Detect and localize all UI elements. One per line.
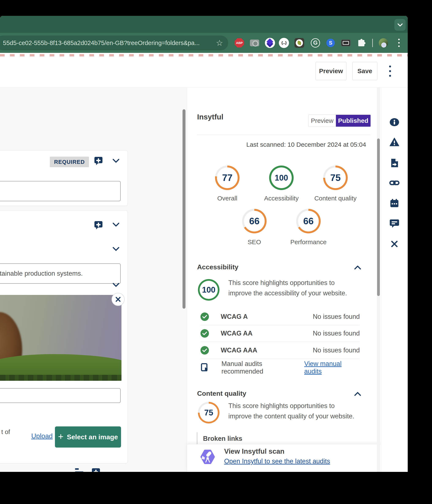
content-quality-score-ring: 75: [323, 166, 348, 190]
required-badge: REQUIRED: [50, 157, 89, 167]
insytful-footer: View Insytful scan Open Insytful to see …: [187, 444, 381, 472]
footer-title: View Insytful scan: [224, 447, 284, 455]
chevron-down-icon[interactable]: [112, 282, 120, 288]
accessibility-detail-ring: 100: [198, 279, 220, 301]
add-comment-icon[interactable]: [94, 156, 103, 165]
content-scrollbar[interactable]: [183, 109, 185, 309]
score-label: SEO: [227, 238, 281, 246]
info-icon[interactable]: [389, 117, 400, 127]
performance-score-ring: 66: [296, 209, 321, 234]
warning-icon[interactable]: [389, 137, 400, 147]
description-input[interactable]: ustainable production systems.: [0, 263, 121, 284]
score-label: Accessibility: [254, 195, 309, 202]
score-label: Overall: [200, 195, 254, 202]
form-field-card: REQUIRED: [0, 150, 128, 206]
accessibility-description: This score highlights opportunities to i…: [228, 278, 355, 298]
description-value: ustainable production systems.: [0, 270, 83, 277]
check-icon: [201, 313, 209, 321]
alt-text-input[interactable]: [0, 388, 121, 403]
accessibility-score-ring: 100: [269, 166, 294, 190]
toggle-preview[interactable]: Preview: [309, 115, 336, 127]
add-comment-icon[interactable]: [94, 220, 103, 230]
tab-search-button[interactable]: [394, 19, 406, 31]
profile-avatar[interactable]: [379, 33, 388, 53]
upload-link[interactable]: Upload: [31, 432, 53, 440]
content-quality-detail-ring: 75: [198, 402, 220, 423]
add-comment-icon[interactable]: [91, 468, 101, 472]
bookmark-star-icon[interactable]: ☆: [216, 39, 223, 47]
chevron-up-icon[interactable]: [354, 391, 361, 396]
url-text: 55d5-ce02-555b-8f13-685a2d024b75/en-GB?t…: [3, 40, 213, 46]
browser-menu-button[interactable]: [397, 33, 401, 53]
tab-strip: [0, 16, 408, 33]
screenshot-extension-icon[interactable]: [341, 33, 351, 53]
desktop-background: 55d5-ce02-555b-8f13-685a2d024b75/en-GB?t…: [0, 0, 432, 504]
panel-scrollbar-track: [377, 88, 380, 472]
preview-button[interactable]: Preview: [316, 62, 346, 80]
icon-sidebar: [381, 88, 408, 472]
link-icon[interactable]: [389, 178, 400, 188]
list-marker: [197, 432, 197, 444]
check-icon: [201, 346, 209, 355]
url-bar[interactable]: 55d5-ce02-555b-8f13-685a2d024b75/en-GB?t…: [0, 36, 228, 50]
panel-scrollbar[interactable]: [377, 138, 380, 296]
braces-extension-icon[interactable]: {...}: [279, 33, 289, 53]
chevron-down-icon[interactable]: [112, 246, 120, 252]
toggle-published[interactable]: Published: [336, 115, 370, 127]
score-label: Performance: [281, 238, 335, 246]
actions-menu-button[interactable]: [389, 65, 391, 77]
media-field-card: ustainable production systems. t of Uplo…: [0, 210, 128, 463]
browser-toolbar: 55d5-ce02-555b-8f13-685a2d024b75/en-GB?t…: [0, 33, 408, 53]
remove-image-button[interactable]: [112, 293, 125, 306]
check-icon: [201, 329, 209, 338]
chevron-down-icon[interactable]: [112, 158, 120, 163]
wcag-a-row: WCAG A No issues found: [201, 308, 360, 325]
cropped-label: t of: [1, 428, 10, 435]
preview-published-toggle[interactable]: Preview Published: [308, 115, 371, 127]
s-extension-icon[interactable]: S: [326, 33, 335, 53]
open-insytful-link[interactable]: Open Insytful to see the latest audits: [224, 458, 330, 465]
save-button[interactable]: Save: [352, 62, 377, 80]
chevron-down-icon[interactable]: [112, 222, 120, 227]
grammarly-extension-icon[interactable]: G: [310, 33, 320, 53]
title-input[interactable]: [0, 181, 121, 201]
list-icon: [75, 468, 85, 472]
insytful-panel: Insytful Preview Published Last scanned:…: [187, 88, 381, 472]
camera-extension-icon[interactable]: [249, 33, 260, 53]
overall-score-ring: 77: [215, 166, 239, 190]
wcag-aa-row: WCAG AA No issues found: [201, 325, 360, 342]
stack-extension-icon[interactable]: [265, 33, 275, 53]
main-content: REQUIRED: [0, 88, 408, 472]
chevron-down-icon: [397, 23, 403, 27]
insytful-logo: [200, 450, 215, 464]
seo-score-ring: 66: [242, 209, 267, 234]
chevron-up-icon[interactable]: [354, 265, 361, 270]
adblock-extension-icon[interactable]: ABP: [235, 33, 244, 53]
plus-icon: +: [58, 432, 64, 441]
panel-title: Insytful: [197, 113, 223, 121]
comment-icon[interactable]: [389, 218, 400, 229]
bookmarks-row: [0, 54, 408, 56]
select-image-button[interactable]: + Select an image: [55, 426, 121, 448]
browser-window: 55d5-ce02-555b-8f13-685a2d024b75/en-GB?t…: [0, 16, 408, 472]
manual-audits-icon: [201, 363, 210, 372]
accessibility-section-title: Accessibility: [197, 263, 238, 271]
view-manual-audits-link[interactable]: View manual audits: [304, 360, 360, 375]
toolbar-divider: [372, 39, 373, 47]
content-quality-section-title: Content quality: [197, 390, 246, 397]
calendar-icon[interactable]: [389, 198, 400, 208]
app-header: Preview Save: [0, 53, 408, 88]
close-icon: [115, 296, 121, 303]
leaf-extension-icon[interactable]: [294, 33, 304, 53]
last-scanned-text: Last scanned: 10 December 2024 at 05:04: [197, 141, 366, 148]
close-panel-icon[interactable]: [389, 239, 400, 249]
document-send-icon[interactable]: [389, 158, 400, 168]
score-label: Content quality: [309, 195, 362, 202]
wcag-aaa-row: WCAG AAA No issues found: [201, 342, 360, 359]
content-quality-description: This score highlights opportunities to i…: [228, 401, 355, 421]
selected-image-preview: [0, 295, 122, 381]
broken-links-item[interactable]: Broken links: [203, 435, 242, 442]
divider: [197, 135, 370, 135]
extensions-puzzle-icon[interactable]: [357, 33, 366, 53]
manual-audits-row: Manual audits recommended View manual au…: [201, 359, 360, 376]
